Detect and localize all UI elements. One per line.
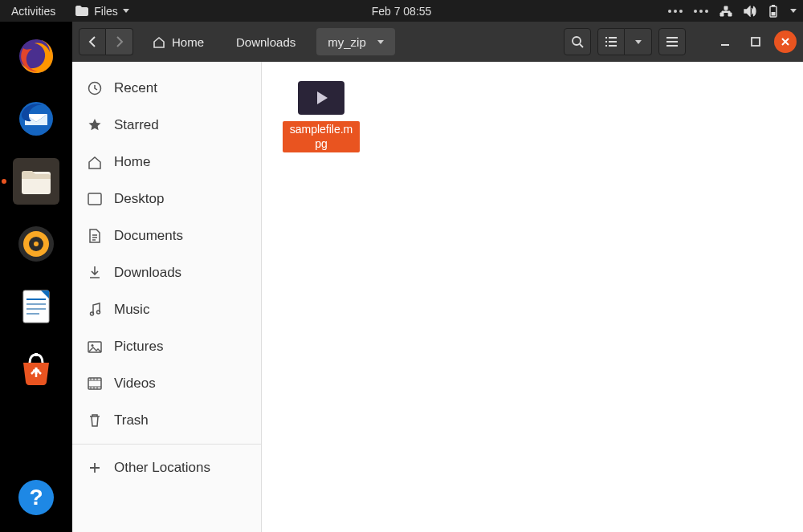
top-panel: Activities Files Feb 7 08:55 bbox=[0, 0, 803, 22]
sidebar-item-recent[interactable]: Recent bbox=[72, 70, 261, 107]
chevron-down-icon bbox=[635, 40, 642, 44]
svg-rect-13 bbox=[23, 290, 49, 323]
sidebar: Recent Starred Home Desktop Documents Do… bbox=[72, 62, 262, 532]
svg-rect-18 bbox=[35, 353, 38, 356]
window-body: Recent Starred Home Desktop Documents Do… bbox=[72, 62, 803, 532]
dock-ubuntu-software[interactable] bbox=[13, 346, 59, 392]
path-downloads-label: Downloads bbox=[236, 35, 296, 49]
pathbar: Home Downloads my_zip bbox=[141, 28, 395, 55]
music-icon bbox=[87, 303, 103, 317]
desktop-icon bbox=[87, 193, 103, 205]
view-switcher bbox=[597, 28, 652, 55]
svg-rect-24 bbox=[88, 193, 101, 205]
sidebar-item-videos[interactable]: Videos bbox=[72, 365, 261, 402]
system-tray bbox=[668, 5, 797, 18]
sidebar-item-desktop[interactable]: Desktop bbox=[72, 181, 261, 217]
dock-thunderbird[interactable] bbox=[13, 95, 59, 142]
forward-button[interactable] bbox=[106, 28, 133, 55]
sidebar-item-label: Recent bbox=[114, 80, 157, 96]
svg-point-25 bbox=[91, 312, 94, 315]
file-name-label: samplefile.mpg bbox=[283, 121, 360, 152]
network-icon[interactable] bbox=[719, 6, 732, 17]
path-home-label: Home bbox=[172, 35, 204, 49]
dock-help[interactable]: ? bbox=[13, 474, 59, 521]
svg-point-12 bbox=[34, 242, 39, 246]
path-downloads[interactable]: Downloads bbox=[225, 28, 307, 55]
plus-icon bbox=[87, 461, 103, 474]
sidebar-item-label: Downloads bbox=[114, 265, 181, 281]
svg-rect-5 bbox=[772, 12, 776, 16]
home-icon bbox=[153, 36, 165, 48]
window-close-button[interactable] bbox=[774, 30, 797, 53]
sidebar-item-label: Music bbox=[114, 302, 149, 318]
path-current[interactable]: my_zip bbox=[316, 28, 395, 55]
path-home[interactable]: Home bbox=[141, 28, 215, 55]
svg-point-26 bbox=[97, 311, 100, 314]
sidebar-item-starred[interactable]: Starred bbox=[72, 107, 261, 144]
video-thumbnail-icon bbox=[298, 81, 344, 115]
dock-firefox[interactable] bbox=[13, 33, 59, 79]
svg-rect-1 bbox=[720, 13, 724, 15]
chevron-down-icon bbox=[790, 9, 797, 13]
appindicator-icon[interactable] bbox=[668, 10, 683, 13]
star-icon bbox=[87, 118, 103, 132]
svg-rect-15 bbox=[26, 303, 46, 305]
sidebar-item-label: Trash bbox=[114, 412, 149, 428]
sidebar-item-music[interactable]: Music bbox=[72, 291, 261, 328]
svg-rect-22 bbox=[752, 38, 760, 46]
dock-rhythmbox[interactable] bbox=[13, 221, 59, 267]
file-item[interactable]: samplefile.mpg bbox=[281, 81, 361, 152]
volume-icon[interactable] bbox=[744, 6, 756, 17]
app-menu-label: Files bbox=[94, 5, 118, 18]
sidebar-item-label: Desktop bbox=[114, 191, 164, 207]
hamburger-menu-button[interactable] bbox=[658, 28, 686, 55]
sidebar-item-documents[interactable]: Documents bbox=[72, 217, 261, 254]
home-icon bbox=[87, 156, 103, 169]
svg-rect-14 bbox=[26, 298, 46, 300]
svg-rect-16 bbox=[26, 308, 46, 310]
sidebar-item-other-locations[interactable]: Other Locations bbox=[72, 449, 261, 486]
activities-button[interactable]: Activities bbox=[0, 5, 67, 18]
window-minimize-button[interactable] bbox=[713, 31, 737, 52]
back-button[interactable] bbox=[79, 28, 106, 55]
path-current-label: my_zip bbox=[328, 35, 366, 49]
view-options-button[interactable] bbox=[625, 28, 652, 55]
file-view[interactable]: samplefile.mpg bbox=[262, 62, 803, 532]
chevron-down-icon bbox=[377, 40, 384, 44]
appindicator-icon[interactable] bbox=[694, 10, 708, 13]
headerbar: Home Downloads my_zip bbox=[72, 22, 803, 62]
clock[interactable]: Feb 7 08:55 bbox=[372, 5, 432, 18]
svg-rect-0 bbox=[724, 6, 728, 9]
sidebar-item-label: Home bbox=[114, 154, 150, 170]
search-button[interactable] bbox=[564, 28, 591, 55]
headerbar-right bbox=[564, 28, 797, 55]
sidebar-item-label: Other Locations bbox=[114, 460, 210, 476]
sidebar-item-label: Starred bbox=[114, 117, 159, 133]
dock-libreoffice-writer[interactable] bbox=[13, 283, 59, 330]
window-maximize-button[interactable] bbox=[744, 31, 768, 52]
svg-rect-29 bbox=[88, 378, 101, 389]
svg-rect-4 bbox=[772, 5, 775, 6]
video-icon bbox=[87, 377, 103, 390]
sidebar-item-pictures[interactable]: Pictures bbox=[72, 328, 261, 365]
svg-rect-2 bbox=[728, 13, 732, 15]
svg-rect-17 bbox=[26, 313, 39, 315]
folder-icon bbox=[75, 5, 89, 18]
chevron-down-icon bbox=[123, 9, 129, 13]
picture-icon bbox=[87, 341, 103, 353]
svg-text:?: ? bbox=[29, 485, 43, 510]
files-window: Home Downloads my_zip bbox=[72, 22, 803, 532]
sidebar-item-home[interactable]: Home bbox=[72, 144, 261, 181]
svg-point-28 bbox=[92, 344, 94, 347]
dock-files[interactable] bbox=[13, 158, 59, 205]
sidebar-item-trash[interactable]: Trash bbox=[72, 402, 261, 439]
sidebar-item-downloads[interactable]: Downloads bbox=[72, 254, 261, 291]
dock: ? bbox=[0, 22, 72, 532]
battery-icon[interactable] bbox=[768, 5, 779, 18]
app-menu[interactable]: Files bbox=[67, 5, 137, 18]
sidebar-separator bbox=[72, 444, 261, 445]
trash-icon bbox=[87, 413, 103, 428]
list-view-button[interactable] bbox=[597, 28, 625, 55]
document-icon bbox=[87, 229, 103, 243]
nav-buttons bbox=[79, 28, 133, 55]
